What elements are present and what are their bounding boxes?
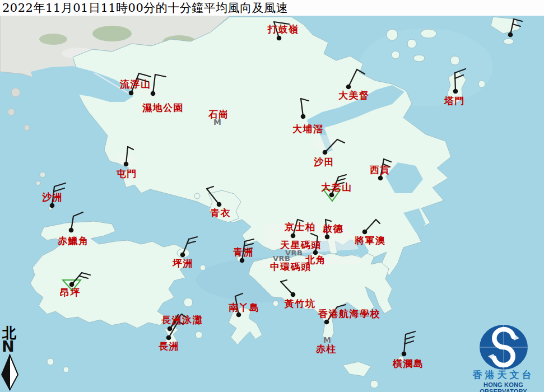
title-bar: 2022年11月01日11時00分的十分鐘平均風向及風速 xyxy=(0,0,544,16)
wind-barb-icon xyxy=(336,183,344,185)
station-dot-icon xyxy=(236,312,241,318)
station-marker xyxy=(325,220,331,239)
wind-barb-icon xyxy=(54,183,66,186)
wind-barb-icon xyxy=(281,280,287,282)
station-dot-icon xyxy=(168,326,173,332)
wind-barb-icon xyxy=(301,99,309,101)
wind-barb-icon xyxy=(235,296,239,315)
station-marker xyxy=(301,99,309,119)
wind-barb-icon xyxy=(189,237,197,239)
station-marker xyxy=(63,273,90,291)
wind-barb-icon xyxy=(455,73,455,91)
wind-barb-icon xyxy=(207,189,219,204)
wind-barb-icon xyxy=(207,186,213,189)
station-marker xyxy=(124,147,133,166)
wind-barb-icon xyxy=(73,212,83,216)
wind-barb-icon xyxy=(171,315,178,328)
station-marker xyxy=(323,175,346,201)
wind-barb-icon xyxy=(274,22,289,24)
wind-barb-icon xyxy=(128,147,133,150)
wind-barb-icon xyxy=(315,236,318,253)
station-dot-icon xyxy=(301,114,306,119)
wind-barb-icon xyxy=(52,186,54,206)
wind-barb-icon xyxy=(301,99,303,116)
station-marker xyxy=(151,74,166,96)
wind-barb-icon xyxy=(348,69,357,87)
wind-barb-icon xyxy=(274,22,279,38)
wind-barb-icon xyxy=(153,74,155,94)
station-marker xyxy=(402,332,415,356)
wind-barb-icon xyxy=(405,337,414,339)
station-dot-icon xyxy=(362,230,368,235)
wind-barb-icon xyxy=(326,220,327,237)
station-marker xyxy=(50,183,66,208)
hko-logo-icon xyxy=(478,324,529,371)
wind-barb-icon xyxy=(293,220,297,236)
station-dot-icon xyxy=(346,85,351,90)
station-dot-icon xyxy=(180,253,185,258)
station-dot-icon xyxy=(69,228,74,233)
station-marker xyxy=(378,159,391,180)
wind-barb-icon xyxy=(455,75,463,78)
station-dot-icon xyxy=(324,320,329,325)
wind-barb-icon xyxy=(357,69,365,74)
wind-barb-icon xyxy=(338,175,346,177)
wind-barb-icon xyxy=(327,307,337,322)
hko-logo-chinese: 香港天文台 xyxy=(463,368,544,381)
wind-barb-icon xyxy=(244,244,253,246)
wind-barb-icon xyxy=(242,241,245,260)
north-arrow: 北 N xyxy=(0,326,22,391)
wind-barb-icon xyxy=(404,341,413,344)
wind-barb-icon xyxy=(281,282,293,295)
wind-barb-icon xyxy=(54,188,64,192)
station-marker xyxy=(291,220,303,238)
wind-barb-icon xyxy=(514,19,522,21)
wind-barb-icon xyxy=(325,139,337,152)
station-dot-icon xyxy=(378,176,383,181)
station-dot-icon xyxy=(151,91,156,96)
station-marker xyxy=(129,73,151,95)
station-marker xyxy=(346,69,365,89)
map-title: 2022年11月01日11時00分的十分鐘平均風向及風速 xyxy=(0,0,288,16)
station-dot-icon xyxy=(291,292,296,297)
station-dot-icon xyxy=(325,235,330,240)
station-dot-icon xyxy=(323,150,328,155)
wind-barb-icon xyxy=(380,159,384,178)
wind-barb-icon xyxy=(337,139,345,143)
wind-barb-icon xyxy=(182,314,187,318)
station-dot-icon xyxy=(124,162,129,167)
station-dot-icon xyxy=(69,282,75,287)
station-marker xyxy=(240,239,254,263)
station-dot-icon xyxy=(217,202,222,207)
station-marker xyxy=(180,237,197,257)
station-marker xyxy=(324,305,346,324)
station-dot-icon xyxy=(277,36,282,41)
wind-barb-icon xyxy=(297,220,303,221)
wind-barb-icon xyxy=(245,239,254,241)
station-dot-icon xyxy=(291,234,296,239)
wind-barb-icon xyxy=(376,220,380,223)
wind-barb-icon xyxy=(383,164,390,167)
wind-barb-icon xyxy=(178,321,183,324)
station-dot-icon xyxy=(166,335,171,340)
wind-barb-icon xyxy=(183,239,189,255)
station-marker xyxy=(281,280,295,297)
wind-barb-icon xyxy=(337,305,346,307)
station-marker xyxy=(69,212,83,232)
wind-barb-icon xyxy=(326,220,331,221)
wind-barb-icon xyxy=(384,159,391,162)
station-dot-icon xyxy=(329,193,334,198)
wind-barb-icon xyxy=(126,147,128,164)
north-needle-icon xyxy=(0,353,20,391)
station-dot-icon xyxy=(240,258,245,263)
station-dot-icon xyxy=(402,352,407,357)
station-marker xyxy=(453,69,466,94)
station-dot-icon xyxy=(129,91,134,96)
station-marker xyxy=(508,19,522,37)
station-dot-icon xyxy=(50,203,55,208)
station-marker xyxy=(323,139,345,155)
wind-map-screen: 打鼓嶺流浮山濕地公園石崗M大美督大埔滘塔門屯門沙洲赤鱲角沙田西貢大老山青衣京士柏… xyxy=(0,0,544,392)
hko-logo-english: HONG KONG OBSERVATORY xyxy=(463,381,544,392)
station-marker xyxy=(207,186,221,207)
station-marker xyxy=(235,293,243,317)
